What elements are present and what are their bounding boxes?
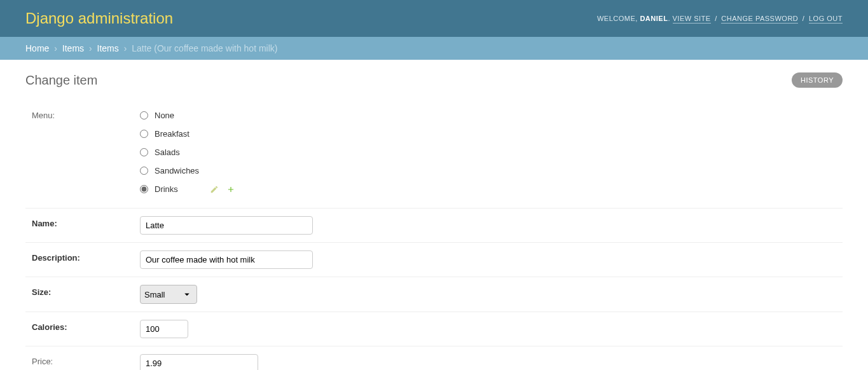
menu-radio[interactable]	[140, 185, 148, 193]
add-icon[interactable]	[226, 185, 235, 194]
related-actions	[210, 185, 235, 194]
site-title[interactable]: Django administration	[25, 10, 173, 27]
label-price: Price:	[32, 354, 140, 366]
menu-option: Sandwiches	[140, 163, 836, 178]
menu-option: Salads	[140, 145, 836, 160]
content-header: Change item HISTORY	[25, 72, 843, 88]
breadcrumb-model[interactable]: Items	[97, 43, 119, 53]
header: Django administration WELCOME, DANIEL. V…	[0, 0, 868, 37]
form-row-size: Size: Small	[25, 277, 843, 312]
breadcrumb-object: Latte (Our coffee made with hot milk)	[132, 43, 277, 53]
edit-icon[interactable]	[210, 185, 219, 194]
breadcrumb-app[interactable]: Items	[62, 43, 84, 53]
form-row-description: Description:	[25, 243, 843, 277]
calories-input[interactable]	[140, 320, 188, 338]
menu-option-label[interactable]: Breakfast	[155, 129, 189, 139]
label-size: Size:	[32, 285, 140, 297]
content: Change item HISTORY Menu: NoneBreakfastS…	[0, 60, 868, 370]
menu-radio-list: NoneBreakfastSaladsSandwichesDrinks	[140, 108, 836, 196]
menu-option-label[interactable]: None	[155, 111, 174, 120]
logout-link[interactable]: LOG OUT	[809, 15, 843, 24]
menu-option-label[interactable]: Salads	[155, 147, 180, 157]
form-row-menu: Menu: NoneBreakfastSaladsSandwichesDrink…	[25, 100, 843, 209]
field-menu: NoneBreakfastSaladsSandwichesDrinks	[140, 108, 836, 200]
menu-option: Drinks	[140, 182, 836, 196]
welcome-text: WELCOME,	[597, 15, 640, 22]
menu-radio[interactable]	[140, 130, 148, 138]
menu-radio[interactable]	[140, 111, 148, 120]
name-input[interactable]	[140, 216, 313, 235]
breadcrumb-home[interactable]: Home	[25, 43, 49, 53]
breadcrumbs: Home › Items › Items › Latte (Our coffee…	[0, 37, 868, 60]
change-password-link[interactable]: CHANGE PASSWORD	[721, 15, 798, 24]
label-menu: Menu:	[32, 108, 140, 120]
form-row-name: Name:	[25, 209, 843, 243]
menu-radio[interactable]	[140, 167, 148, 175]
user-tools: WELCOME, DANIEL. VIEW SITE / CHANGE PASS…	[597, 15, 843, 22]
form-row-price: Price:	[25, 346, 843, 370]
label-name: Name:	[32, 216, 140, 228]
username: DANIEL	[640, 15, 668, 22]
form-row-calories: Calories:	[25, 312, 843, 346]
change-form: Menu: NoneBreakfastSaladsSandwichesDrink…	[25, 100, 843, 370]
size-select[interactable]: Small	[140, 285, 197, 304]
menu-option-label[interactable]: Sandwiches	[155, 166, 199, 175]
price-input[interactable]	[140, 354, 258, 370]
history-button[interactable]: HISTORY	[792, 72, 843, 88]
menu-option-label[interactable]: Drinks	[155, 184, 178, 194]
label-calories: Calories:	[32, 320, 140, 332]
menu-radio[interactable]	[140, 148, 148, 156]
description-input[interactable]	[140, 250, 313, 269]
view-site-link[interactable]: VIEW SITE	[673, 15, 711, 24]
menu-option: None	[140, 108, 836, 123]
label-description: Description:	[32, 250, 140, 263]
page-title: Change item	[25, 73, 97, 88]
menu-option: Breakfast	[140, 127, 836, 141]
